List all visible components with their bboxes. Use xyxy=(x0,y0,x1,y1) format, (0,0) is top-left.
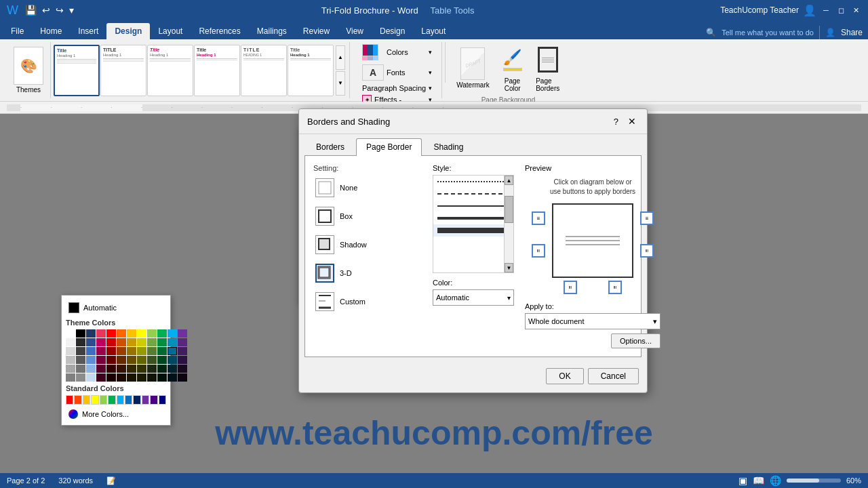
color-cell[interactable] xyxy=(178,338,187,346)
scroll-up-arrow[interactable]: ▲ xyxy=(505,176,513,185)
color-cell[interactable] xyxy=(147,338,157,346)
theme-scroll-down[interactable]: ▼ xyxy=(336,71,345,96)
color-cell[interactable] xyxy=(127,373,136,382)
color-cell[interactable] xyxy=(106,338,116,346)
dialog-help-btn[interactable]: ? xyxy=(610,115,623,128)
tab-layout[interactable]: Layout xyxy=(150,23,191,39)
color-cell[interactable] xyxy=(106,365,116,373)
color-cell[interactable] xyxy=(167,338,177,346)
undo-qat-btn[interactable]: ↩ xyxy=(41,3,52,17)
tab-insert[interactable]: Insert xyxy=(70,23,106,39)
color-cell[interactable] xyxy=(76,356,85,364)
color-cell[interactable] xyxy=(117,365,126,373)
color-cell[interactable] xyxy=(96,356,106,364)
color-cell[interactable] xyxy=(147,329,157,338)
color-dropdown[interactable]: Automatic ▾ xyxy=(433,289,514,306)
color-cell[interactable] xyxy=(157,338,167,346)
tell-me-text[interactable]: Tell me what you want to do xyxy=(722,28,814,37)
preview-btn-left[interactable]: ≡ xyxy=(532,244,545,258)
style-solid2[interactable] xyxy=(433,212,513,224)
setting-none[interactable]: None xyxy=(313,176,422,199)
setting-box[interactable]: Box xyxy=(313,205,422,228)
color-cell[interactable] xyxy=(127,347,136,355)
std-color-3[interactable] xyxy=(83,395,90,405)
color-cell[interactable] xyxy=(76,329,85,338)
tab-review[interactable]: Review xyxy=(295,23,338,39)
std-color-5[interactable] xyxy=(100,395,107,405)
color-cell[interactable] xyxy=(117,329,126,338)
qat-dropdown-btn[interactable]: ▾ xyxy=(68,3,75,17)
theme-thumb-2[interactable]: TITLE Heading 1 xyxy=(100,45,146,96)
setting-3d[interactable]: 3-D xyxy=(313,262,422,285)
color-cell[interactable] xyxy=(106,329,116,338)
color-cell[interactable] xyxy=(157,356,167,364)
color-cell[interactable] xyxy=(178,356,187,364)
tab-layout2[interactable]: Layout xyxy=(413,23,454,39)
preview-btn-top-left[interactable]: ≡ xyxy=(532,211,545,225)
page-color-btn[interactable]: 🖌️ PageColor xyxy=(498,42,528,94)
tab-references[interactable]: References xyxy=(191,23,248,39)
color-cell[interactable] xyxy=(66,329,75,338)
setting-shadow[interactable]: Shadow xyxy=(313,233,422,256)
color-cell[interactable] xyxy=(96,329,106,338)
color-cell[interactable] xyxy=(147,373,157,382)
color-cell[interactable] xyxy=(106,373,116,382)
theme-thumb-1[interactable]: Title Heading 1 xyxy=(54,45,100,96)
color-cell[interactable] xyxy=(66,365,75,373)
style-dotted2[interactable] xyxy=(433,188,513,200)
color-cell[interactable] xyxy=(147,365,157,373)
color-cell[interactable] xyxy=(157,347,167,355)
std-color-4[interactable] xyxy=(91,395,98,405)
colors-btn[interactable]: Colors ▾ xyxy=(358,42,436,62)
dialog-close-btn[interactable]: ✕ xyxy=(625,115,639,128)
preview-btn-bottom-right[interactable]: ≡ xyxy=(608,281,622,294)
style-solid3[interactable] xyxy=(433,224,513,237)
tab-view[interactable]: View xyxy=(338,23,372,39)
color-cell[interactable] xyxy=(86,365,96,373)
color-cell[interactable] xyxy=(147,347,157,355)
view-web-icon[interactable]: 🌐 xyxy=(770,475,781,486)
color-cell[interactable] xyxy=(178,373,187,382)
style-scroll-area[interactable]: ▲ ▼ xyxy=(433,175,514,273)
color-cell[interactable] xyxy=(106,347,116,355)
color-cell[interactable] xyxy=(76,347,85,355)
std-color-2[interactable] xyxy=(74,395,81,405)
theme-thumb-6[interactable]: Title Heading 1 xyxy=(288,45,334,96)
style-dotted1[interactable] xyxy=(433,176,513,188)
std-color-10[interactable] xyxy=(142,395,149,405)
view-read-icon[interactable]: 📖 xyxy=(753,475,764,486)
tab-shading[interactable]: Shading xyxy=(423,138,473,155)
std-color-12[interactable] xyxy=(159,395,166,405)
color-cell[interactable] xyxy=(147,356,157,364)
color-cell[interactable] xyxy=(76,373,85,382)
color-cell[interactable] xyxy=(137,338,146,346)
view-normal-icon[interactable]: ▣ xyxy=(738,475,747,486)
ok-btn[interactable]: OK xyxy=(546,368,583,384)
cancel-btn[interactable]: Cancel xyxy=(588,368,639,384)
preview-btn-bottom-left[interactable]: ≡ xyxy=(564,281,577,294)
theme-thumb-4[interactable]: Title Heading 1 xyxy=(194,45,240,96)
close-btn[interactable]: ✕ xyxy=(850,5,861,16)
scroll-thumb-inner[interactable] xyxy=(505,196,513,223)
themes-btn[interactable]: 🎨 Themes xyxy=(11,45,46,95)
fonts-btn[interactable]: A Fonts ▾ xyxy=(358,62,436,83)
scroll-down-arrow[interactable]: ▼ xyxy=(505,263,513,272)
color-cell[interactable] xyxy=(76,338,85,346)
color-cell[interactable] xyxy=(157,373,167,382)
color-cell[interactable] xyxy=(96,338,106,346)
std-color-8[interactable] xyxy=(125,395,132,405)
color-cell[interactable] xyxy=(127,356,136,364)
preview-btn-top-right[interactable]: ≡ xyxy=(640,211,654,225)
restore-btn[interactable]: ◻ xyxy=(835,5,846,16)
share-label[interactable]: Share xyxy=(841,28,863,37)
color-cell[interactable] xyxy=(117,356,126,364)
tab-borders[interactable]: Borders xyxy=(306,138,355,155)
color-cell[interactable] xyxy=(86,347,96,355)
theme-thumb-5[interactable]: TITLE HEADING 1 xyxy=(241,45,287,96)
preview-btn-right[interactable]: ≡ xyxy=(640,244,654,258)
color-cell[interactable] xyxy=(178,347,187,355)
color-cell[interactable] xyxy=(117,373,126,382)
color-cell[interactable] xyxy=(157,329,167,338)
automatic-color-row[interactable]: Automatic xyxy=(66,300,166,316)
color-cell[interactable] xyxy=(137,329,146,338)
